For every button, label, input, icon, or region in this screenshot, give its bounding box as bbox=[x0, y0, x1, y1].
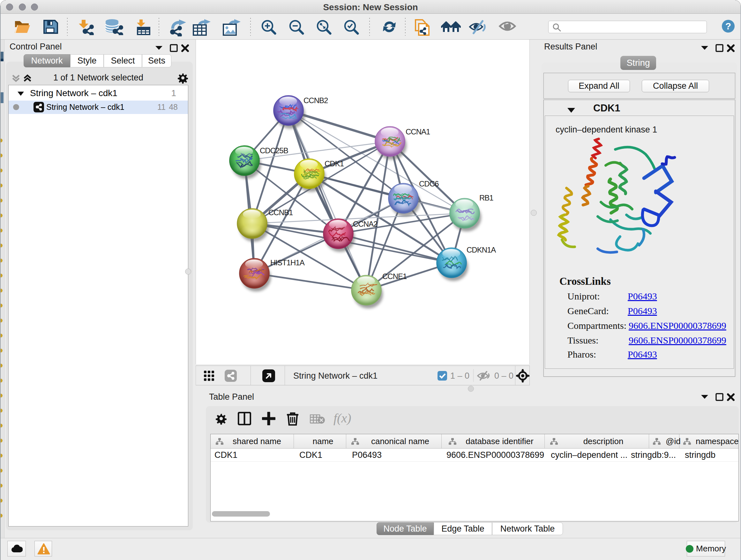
svg-text:CCNB1: CCNB1 bbox=[268, 208, 293, 217]
svg-text:HIST1H1A: HIST1H1A bbox=[270, 258, 305, 267]
svg-text:CCNB2: CCNB2 bbox=[304, 96, 328, 105]
svg-text:CCNE1: CCNE1 bbox=[382, 272, 407, 281]
svg-text:CCNA1: CCNA1 bbox=[406, 127, 430, 136]
svg-text:CDC6: CDC6 bbox=[419, 179, 439, 188]
svg-text:CCNA2: CCNA2 bbox=[353, 220, 378, 228]
svg-text:CDK1: CDK1 bbox=[325, 159, 344, 168]
svg-text:CDKN1A: CDKN1A bbox=[467, 246, 496, 254]
svg-text:CDC25B: CDC25B bbox=[260, 146, 288, 155]
svg-text:RB1: RB1 bbox=[479, 193, 493, 202]
svg-text:?: ? bbox=[725, 21, 731, 31]
